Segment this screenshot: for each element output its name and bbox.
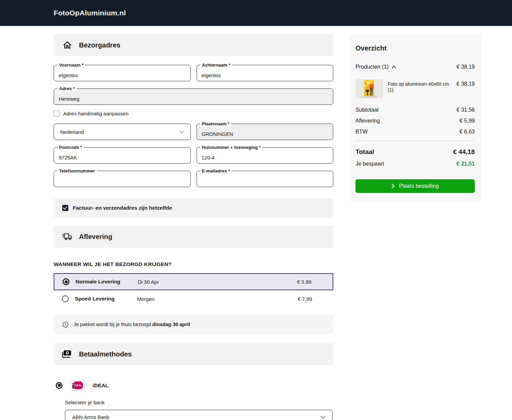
checkout-form-column: Bezorgadres Voornaam * Achternaam * Adre… <box>54 34 333 420</box>
products-row: Producten (1) € 38,19 <box>355 64 475 70</box>
summary-divider <box>355 141 475 141</box>
totals-block: Subtotaal € 31,56 Aflevering € 5,99 BTW … <box>355 107 475 135</box>
radio-unselected-icon[interactable] <box>62 295 69 302</box>
shipping-section-title: Bezorgadres <box>79 41 120 49</box>
bank-select[interactable]: ABN Amro Bank <box>65 410 333 420</box>
delivery-section-title: Aflevering <box>79 233 112 241</box>
house-number-field: Huisnummer + toevoeging * <box>197 147 334 164</box>
address-input[interactable] <box>54 89 333 104</box>
vat-row: BTW € 6,63 <box>355 129 475 135</box>
bank-selected-value: ABN Amro Bank <box>72 414 109 420</box>
total-value: € 44,18 <box>453 148 475 156</box>
payment-method-ideal[interactable]: DEAL iDEAL <box>54 380 333 391</box>
product-line-item: Foto op aluminium 40x60 cm (1) € 38,19 <box>355 79 475 98</box>
radio-selected-icon[interactable] <box>56 382 63 389</box>
email-input[interactable] <box>197 171 333 187</box>
note-date: dinsdag 30 april <box>152 322 190 327</box>
payment-method-name: iDEAL <box>93 382 109 389</box>
country-value: Nederland <box>60 129 84 135</box>
delivery-option-normal[interactable]: Normale Levering Di 30 Apr € 5,99 <box>54 273 333 290</box>
billing-same-checkbox[interactable] <box>62 205 68 211</box>
shipping-cost-row: Aflevering € 5,99 <box>355 118 475 124</box>
total-row: Totaal € 44,18 <box>355 148 475 156</box>
truck-icon <box>62 231 73 242</box>
chevron-down-icon <box>179 130 184 134</box>
postcode-input[interactable] <box>54 148 190 163</box>
last-name-input[interactable] <box>197 65 333 81</box>
email-field: E-mailadres * <box>197 171 334 187</box>
city-input[interactable] <box>197 124 333 140</box>
address-field: Adres * <box>54 88 333 105</box>
delivery-section-header: Aflevering <box>54 226 333 248</box>
billing-same-label: Factuur- en verzendadres zijn hetzelfde <box>73 205 172 211</box>
delivery-option-date: Morgen <box>137 296 298 302</box>
place-order-button[interactable]: Plaats bestelling <box>355 179 475 193</box>
first-name-input[interactable] <box>54 65 190 81</box>
total-label: Totaal <box>355 148 374 156</box>
billing-same-row: Factuur- en verzendadres zijn hetzelfde <box>54 198 333 218</box>
note-prefix: Je pakket wordt bij je thuis bezorgd <box>73 322 152 327</box>
house-number-input[interactable] <box>197 148 333 163</box>
country-select[interactable]: Nederland <box>54 124 190 140</box>
product-price: € 38,19 <box>457 79 475 98</box>
phone-input[interactable] <box>54 171 190 187</box>
chevron-down-icon <box>321 416 325 419</box>
shipping-cost-label: Aflevering <box>355 118 380 124</box>
country-field: Nederland <box>54 124 191 140</box>
shipping-section-header: Bezorgadres <box>54 34 333 56</box>
vat-label: BTW <box>355 129 368 135</box>
payment-section-title: Betaalmethodes <box>79 350 132 358</box>
clock-icon <box>62 321 69 328</box>
manual-address-checkbox[interactable] <box>54 111 59 116</box>
checkout-page: Bezorgadres Voornaam * Achternaam * Adre… <box>0 26 512 420</box>
delivery-option-name: Spoed Levering <box>75 296 137 302</box>
delivery-option-name: Normale Levering <box>76 279 138 285</box>
delivery-question: WANNEER WIL JE HET BEZORGD KRIJGEN? <box>54 261 333 267</box>
delivery-note-text: Je pakket wordt bij je thuis bezorgd din… <box>73 322 190 327</box>
delivery-option-date: Di 30 Apr <box>138 279 297 285</box>
vat-value: € 6,63 <box>460 129 475 135</box>
subtotal-label: Subtotaal <box>355 107 379 113</box>
top-bar: FotoOpAluminium.nl <box>0 0 512 26</box>
product-name: Foto op aluminium 40x60 cm (1) <box>383 79 457 98</box>
last-name-field: Achternaam * <box>197 65 334 81</box>
bank-select-label: Selecteer je bank <box>65 400 333 405</box>
place-order-label: Plaats bestelling <box>399 183 439 189</box>
manual-address-row: Adres handmatig aanpassen <box>54 111 333 116</box>
postcode-field: Postcode * <box>54 147 191 164</box>
savings-value: € 21,51 <box>457 161 475 167</box>
delivery-note: Je pakket wordt bij je thuis bezorgd din… <box>54 315 333 334</box>
payments-icon <box>62 349 73 360</box>
order-summary-panel: Overzicht Producten (1) € 38,19 <box>349 34 481 201</box>
home-icon <box>62 40 73 51</box>
product-thumbnail <box>355 79 383 98</box>
savings-row: Je bespaart € 21,51 <box>355 161 475 167</box>
site-logo[interactable]: FotoOpAluminium.nl <box>54 9 126 17</box>
payment-section-header: Betaalmethodes <box>54 343 333 365</box>
ideal-logo-icon: DEAL <box>71 380 84 391</box>
summary-title: Overzicht <box>355 44 475 52</box>
city-field: Plaatsnaam * <box>197 124 334 140</box>
radio-selected-icon[interactable] <box>63 278 69 285</box>
delivery-option-express[interactable]: Spoed Levering Morgen € 7,99 <box>54 290 333 307</box>
subtotal-value: € 31,56 <box>457 107 475 113</box>
delivery-option-price: € 7,99 <box>298 296 312 302</box>
shipping-cost-value: € 5,99 <box>460 118 475 124</box>
chevron-up-icon <box>392 66 396 68</box>
subtotal-row: Subtotaal € 31,56 <box>355 107 475 113</box>
manual-address-label: Adres handmatig aanpassen <box>63 111 129 116</box>
delivery-option-price: € 5,99 <box>297 279 311 285</box>
savings-label: Je bespaart <box>355 161 384 167</box>
products-toggle[interactable]: Producten (1) <box>355 64 396 70</box>
phone-field: Telefoonnummer <box>54 171 191 187</box>
products-total: € 38,19 <box>457 64 475 70</box>
products-label: Producten (1) <box>355 64 389 70</box>
first-name-field: Voornaam * <box>54 65 191 81</box>
shipping-form: Voornaam * Achternaam * Adres * Adres ha… <box>54 65 333 187</box>
chevron-right-icon <box>391 184 394 188</box>
